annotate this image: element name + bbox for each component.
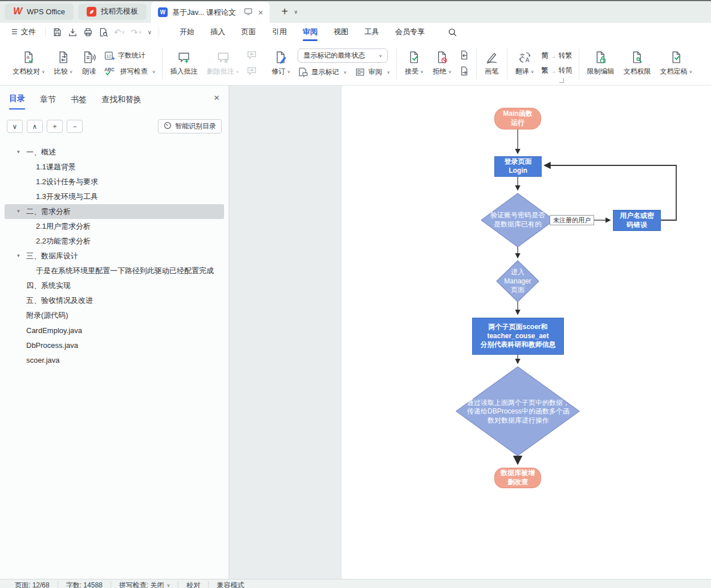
document-page[interactable]: Main函数 运行 登录页面 Login 验证账号密码是否 是数据库已有的 未注… — [341, 86, 711, 579]
close-tab-icon[interactable]: × — [258, 7, 263, 17]
word-count-button[interactable]: 12 字数统计 — [104, 50, 145, 62]
flow-error-process[interactable]: 用户名或密 码错误 — [613, 210, 661, 231]
accept-button[interactable]: 接受∨ — [401, 48, 428, 78]
file-menu-button[interactable]: ☰ 文件 — [7, 27, 40, 37]
toc-item-selected[interactable]: ▾二、需求分析 — [5, 204, 224, 219]
to-simplified-button[interactable]: 繁→ 转简 — [542, 66, 572, 75]
flow-end-terminator[interactable]: 数据库被增 删改查 — [494, 468, 541, 488]
expand-all-button[interactable]: ∧ — [27, 120, 43, 133]
nav-tab-bookmarks[interactable]: 书签 — [71, 95, 87, 110]
navigation-pane: 目录 章节 书签 查找和替换 × ∨ ∧ + − 智能识别目录 ▾一、概述 1.… — [0, 86, 229, 579]
proofread-button[interactable]: a 文档校对∨ — [9, 48, 49, 78]
compat-mode-status[interactable]: 兼容模式 — [217, 581, 244, 588]
menu-tab-page[interactable]: 页面 — [233, 23, 264, 41]
flow-start-terminator[interactable]: Main函数 运行 — [494, 108, 541, 129]
toc-item[interactable]: 1.3开发环境与工具 — [5, 189, 224, 204]
zoom-out-button[interactable]: − — [67, 120, 83, 133]
decision-dbprocess-shape[interactable] — [456, 367, 579, 456]
collapse-all-button[interactable]: ∨ — [7, 120, 23, 133]
print-preview-icon[interactable] — [99, 27, 108, 37]
toc-item[interactable]: DbProcess.java — [5, 338, 224, 352]
search-icon[interactable] — [448, 27, 457, 37]
divider — [208, 581, 209, 587]
caret-down-icon[interactable]: ▾ — [17, 253, 20, 258]
accept-change-icon — [407, 50, 421, 64]
svg-text:12: 12 — [106, 53, 111, 58]
close-pane-icon[interactable]: × — [214, 92, 220, 104]
word-count-indicator[interactable]: 字数: 14588 — [66, 581, 103, 588]
decision-manager-shape[interactable] — [497, 261, 539, 302]
word-count-icon: 12 — [104, 50, 115, 62]
translate-button[interactable]: 文 A 翻译∨ — [511, 48, 538, 78]
markup-state-select[interactable]: 显示标记的最终状态 ∨ — [298, 48, 388, 63]
insert-comment-button[interactable]: 插入批注 — [166, 48, 202, 78]
toc-item[interactable]: 五、验收情况及改进 — [5, 293, 224, 308]
ribbon-toolbar: a 文档校对∨ 比较∨ 朗读 — [0, 41, 711, 86]
prev-change-icon[interactable] — [459, 50, 470, 60]
smart-recognize-toc-button[interactable]: 智能识别目录 — [158, 119, 222, 133]
reject-button[interactable]: 拒绝∨ — [429, 48, 456, 78]
menu-tab-insert[interactable]: 插入 — [202, 23, 233, 41]
page-indicator[interactable]: 页面: 12/68 — [15, 581, 50, 588]
toc-item[interactable]: ▾一、概述 — [5, 145, 224, 160]
caret-down-icon[interactable]: ▾ — [17, 209, 20, 214]
track-changes-button[interactable]: 修订∨ — [267, 48, 294, 78]
read-aloud-button[interactable]: 朗读 — [78, 48, 100, 78]
show-markup-icon — [298, 67, 308, 78]
toc-item[interactable]: CardEmploy.java — [5, 323, 224, 338]
nav-tab-sections[interactable]: 章节 — [40, 95, 56, 110]
flow-subpages-process[interactable]: 两个子页面scoer和 teacher_couse_aet 分别代表科研和教师信… — [472, 318, 564, 355]
zoom-in-button[interactable]: + — [47, 120, 63, 133]
toc-item[interactable]: ▾三、数据库设计 — [5, 249, 224, 263]
save-icon[interactable] — [52, 27, 62, 37]
doc-permission-button[interactable]: 文档权限 — [620, 48, 655, 78]
review-pane-icon — [355, 67, 365, 78]
toc-item[interactable]: scoer.java — [5, 352, 224, 367]
spell-check-status[interactable]: 拼写检查: 关闭 ∨ — [119, 581, 170, 588]
chevron-down-icon: ∨ — [287, 69, 290, 74]
compare-button[interactable]: 比较∨ — [50, 48, 77, 78]
menu-tab-reference[interactable]: 引用 — [264, 23, 295, 41]
proofread-status[interactable]: 校对 — [186, 581, 200, 588]
toc-item[interactable]: 2.1用户需求分析 — [5, 219, 224, 234]
menu-tab-review[interactable]: 审阅 — [295, 23, 326, 41]
print-icon[interactable] — [83, 27, 93, 37]
screen-cast-icon[interactable] — [244, 8, 253, 17]
menu-tab-home[interactable]: 开始 — [172, 23, 202, 41]
decision-verify-shape[interactable] — [481, 193, 554, 247]
toc-item[interactable]: 1.1课题背景 — [5, 160, 224, 175]
toc-item[interactable]: 四、系统实现 — [5, 278, 224, 293]
tab-docer-templates[interactable]: 找稻壳模板 — [78, 3, 147, 20]
spell-check-button[interactable]: ABC 拼写检查 ∨ — [104, 67, 156, 76]
flow-login-process[interactable]: 登录页面 Login — [494, 156, 542, 177]
toc-item[interactable]: 附录(源代码) — [5, 308, 224, 323]
title-bar: W WPS Office 找稻壳模板 W 基于Jav... 课程论文 × + ∨ — [0, 0, 711, 23]
export-icon[interactable] — [68, 27, 78, 37]
to-traditional-button[interactable]: 简→ 转繁 — [542, 51, 572, 60]
caret-down-icon[interactable]: ▾ — [17, 149, 20, 155]
chevron-down-icon: ∨ — [152, 69, 156, 74]
docer-icon — [87, 7, 96, 17]
toc-item[interactable]: 于是在系统环境里配置一下路径到此驱动已经配置完成 — [5, 263, 224, 278]
divider — [111, 581, 111, 587]
tab-document-active[interactable]: W 基于Jav... 课程论文 × — [151, 2, 270, 23]
toc-item[interactable]: 1.2设计任务与要求 — [5, 175, 224, 189]
menu-tab-tools[interactable]: 工具 — [356, 23, 387, 41]
tab-list-chevron-icon[interactable]: ∨ — [294, 9, 298, 15]
nav-tab-find-replace[interactable]: 查找和替换 — [101, 95, 141, 110]
tab-wps-home[interactable]: W WPS Office — [5, 3, 74, 20]
finalize-button[interactable]: 文档定稿∨ — [656, 48, 697, 78]
quickbar-chevron-icon[interactable]: ∨ — [148, 29, 152, 35]
next-change-icon[interactable] — [459, 66, 470, 76]
restrict-edit-button[interactable]: 限制编辑 — [583, 48, 619, 78]
menu-tab-view[interactable]: 视图 — [326, 23, 356, 41]
review-pane-button[interactable]: 审阅 ∨ — [355, 67, 390, 78]
toc-item[interactable]: 2.2功能需求分析 — [5, 234, 224, 249]
new-tab-button[interactable]: + — [281, 5, 288, 18]
chevron-down-icon: ∨ — [531, 69, 534, 74]
show-markup-button[interactable]: 显示标记 ∨ — [298, 67, 347, 78]
ink-button[interactable]: 画笔 — [481, 48, 503, 78]
group-expand-icon[interactable] — [559, 78, 564, 83]
menu-tab-member[interactable]: 会员专享 — [387, 23, 433, 41]
nav-tab-contents[interactable]: 目录 — [9, 94, 25, 110]
